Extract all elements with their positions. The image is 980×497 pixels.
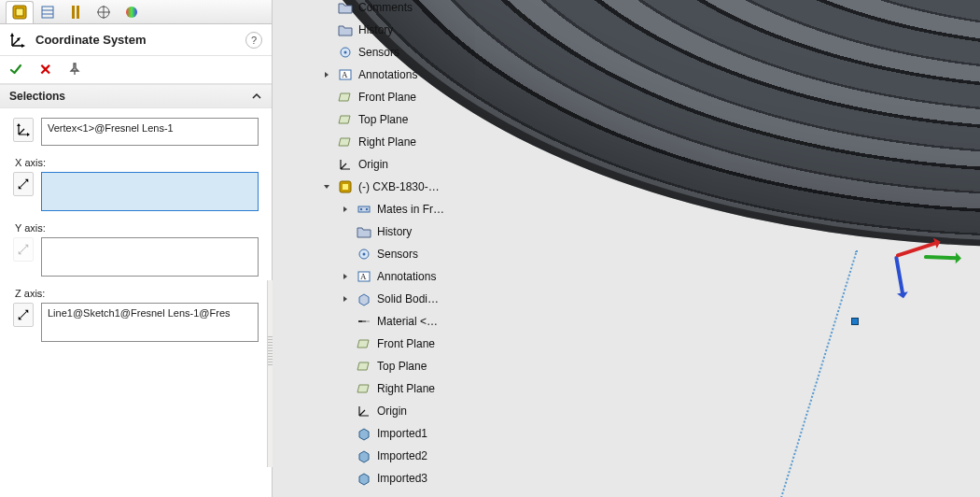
pin-button[interactable] xyxy=(68,63,81,78)
cancel-button[interactable]: ✕ xyxy=(39,63,51,78)
tree-node[interactable]: Right Plane xyxy=(321,377,444,400)
selections-section-header[interactable]: Selections xyxy=(0,84,272,108)
tree-node-label: Comments xyxy=(358,1,413,14)
tree-node[interactable]: Imported2 xyxy=(321,445,444,467)
tree-node[interactable]: Front Plane xyxy=(321,333,444,355)
svg-marker-36 xyxy=(343,274,347,279)
tree-expander-icon[interactable] xyxy=(321,136,332,148)
tree-expander-icon[interactable] xyxy=(321,2,332,13)
tree-node-label: Sensors xyxy=(358,46,399,59)
tree-expander-icon[interactable] xyxy=(340,450,351,462)
tree-plane-icon xyxy=(357,336,371,351)
tree-expander-icon[interactable] xyxy=(340,473,351,484)
tree-expander-icon[interactable] xyxy=(340,338,351,349)
tree-expander-icon[interactable] xyxy=(340,226,351,237)
tree-node[interactable]: AAnnotations xyxy=(321,64,444,86)
tree-mates-icon xyxy=(357,202,371,217)
tree-expander-icon[interactable] xyxy=(321,69,332,80)
tree-expander-icon[interactable] xyxy=(340,271,351,282)
triad-y-axis[interactable] xyxy=(924,255,959,260)
tree-node[interactable]: Front Plane xyxy=(321,86,444,108)
tree-node-label: History xyxy=(377,225,412,238)
tree-node[interactable]: History xyxy=(321,220,444,243)
coordinate-system-icon xyxy=(9,32,26,49)
tree-node[interactable]: Top Plane xyxy=(321,108,444,131)
ok-button[interactable] xyxy=(9,63,22,78)
tree-node[interactable]: Origin xyxy=(321,400,444,422)
z-axis-selection-box[interactable]: Line1@Sketch1@Fresnel Lens-1@Fres xyxy=(41,303,259,342)
tree-node[interactable]: History xyxy=(321,19,444,41)
tree-expander-icon[interactable] xyxy=(340,383,351,394)
tree-annot-icon: A xyxy=(357,269,371,284)
tree-node[interactable]: (-) CXB-1830-… xyxy=(321,176,444,198)
tab-feature-manager[interactable] xyxy=(6,1,34,23)
tab-dimxpert[interactable] xyxy=(90,1,118,23)
tree-node-label: Mates in Fr… xyxy=(377,203,444,216)
tree-expander-icon[interactable] xyxy=(321,24,332,36)
tree-node[interactable]: Material <… xyxy=(321,310,444,333)
triad-z-axis[interactable] xyxy=(894,256,905,297)
tree-node[interactable]: Solid Bodi… xyxy=(321,288,444,310)
svg-rect-1 xyxy=(16,8,23,16)
tree-expander-icon[interactable] xyxy=(340,248,351,260)
svg-marker-15 xyxy=(27,133,30,136)
tree-part-icon xyxy=(338,179,353,194)
help-button[interactable]: ? xyxy=(245,32,262,49)
tree-expander-icon[interactable] xyxy=(321,159,332,170)
tree-expander-icon[interactable] xyxy=(340,361,351,372)
tree-node-label: (-) CXB-1830-… xyxy=(358,180,440,193)
tree-plane-icon xyxy=(338,135,353,149)
svg-marker-14 xyxy=(17,123,21,126)
coordinate-triad[interactable] xyxy=(896,217,971,291)
origin-field-row: Vertex<1>@Fresnel Lens-1 xyxy=(13,118,259,146)
svg-marker-12 xyxy=(21,44,25,48)
tree-expander-icon[interactable] xyxy=(340,293,351,305)
y-axis-selection-box[interactable] xyxy=(41,237,259,277)
tree-node-label: Right Plane xyxy=(377,382,435,395)
tree-node[interactable]: Sensors xyxy=(321,41,444,64)
tab-property-manager[interactable] xyxy=(34,1,62,23)
svg-rect-5 xyxy=(72,6,75,19)
x-axis-flip-button[interactable] xyxy=(13,172,34,196)
tab-display-manager[interactable] xyxy=(118,1,146,23)
x-axis-selection-box[interactable] xyxy=(41,172,259,211)
origin-selection-box[interactable]: Vertex<1>@Fresnel Lens-1 xyxy=(41,118,259,146)
x-axis-label: X axis: xyxy=(15,157,259,168)
tree-node-label: Imported3 xyxy=(377,472,427,485)
tree-node-label: Solid Bodi… xyxy=(377,292,439,305)
tree-node[interactable]: Mates in Fr… xyxy=(321,198,444,220)
tree-node[interactable]: Right Plane xyxy=(321,131,444,153)
tree-expander-icon[interactable] xyxy=(321,47,332,58)
tree-node[interactable]: Imported1 xyxy=(321,422,444,445)
tree-expander-icon[interactable] xyxy=(340,316,351,327)
tree-solid-icon xyxy=(357,291,371,306)
panel-tab-strip xyxy=(0,0,272,24)
tree-expander-icon[interactable] xyxy=(321,114,332,125)
origin-pick-icon[interactable] xyxy=(13,118,34,142)
svg-point-33 xyxy=(366,208,368,210)
property-title-row: Coordinate System ? xyxy=(0,24,272,56)
selection-point-handle[interactable] xyxy=(851,318,859,325)
svg-rect-40 xyxy=(358,320,362,322)
z-axis-flip-button[interactable] xyxy=(13,303,34,327)
tree-node[interactable]: Comments xyxy=(321,0,444,19)
tree-expander-icon[interactable] xyxy=(340,428,351,439)
tree-node[interactable]: Top Plane xyxy=(321,355,444,377)
graphics-viewport[interactable]: CommentsHistorySensorsAAnnotationsFront … xyxy=(273,0,980,497)
tree-node[interactable]: Origin xyxy=(321,153,444,176)
tree-expander-icon[interactable] xyxy=(321,92,332,103)
tree-expander-icon[interactable] xyxy=(340,405,351,417)
tab-configuration-manager[interactable] xyxy=(62,1,90,23)
svg-rect-2 xyxy=(42,7,53,18)
tree-node[interactable]: Sensors xyxy=(321,243,444,265)
tree-node-label: Top Plane xyxy=(358,113,408,126)
tree-node[interactable]: AAnnotations xyxy=(321,265,444,288)
tree-node[interactable]: Imported3 xyxy=(321,467,444,490)
tree-sensor-icon xyxy=(338,45,353,60)
svg-point-10 xyxy=(126,7,137,18)
tree-expander-icon[interactable] xyxy=(340,204,351,215)
y-axis-flip-button[interactable] xyxy=(13,237,34,262)
tree-node-label: Front Plane xyxy=(377,337,435,350)
tree-folder-icon xyxy=(357,224,371,239)
tree-expander-icon[interactable] xyxy=(321,181,332,192)
